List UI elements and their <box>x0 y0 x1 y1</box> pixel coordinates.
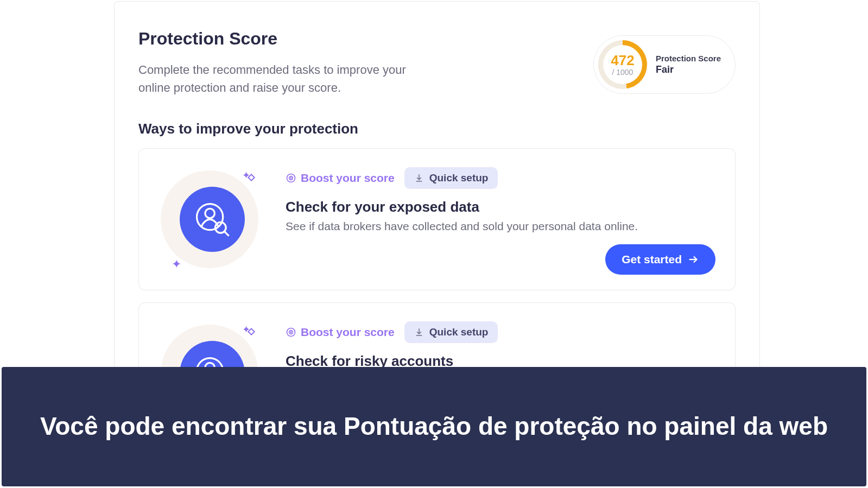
page-description: Complete the recommended tasks to improv… <box>138 61 421 97</box>
card-description: See if data brokers have collected and s… <box>286 220 715 233</box>
target-icon <box>286 327 296 338</box>
quick-setup-label: Quick setup <box>429 326 489 338</box>
caption-text: Você pode encontrar sua Pontuação de pro… <box>40 411 828 442</box>
score-pill[interactable]: 472 / 1000 Protection Score Fair <box>593 35 736 94</box>
quick-setup-button[interactable]: Quick setup <box>404 167 498 189</box>
target-icon <box>286 173 296 183</box>
download-icon <box>414 327 424 337</box>
sparkle-icon: ✦ <box>172 257 181 271</box>
svg-point-1 <box>205 208 215 218</box>
score-max: / 1000 <box>611 68 634 76</box>
arrow-right-icon <box>687 253 699 265</box>
score-label: Protection Score <box>656 53 721 64</box>
score-ring: 472 / 1000 <box>598 40 647 89</box>
improve-heading: Ways to improve your protection <box>138 121 736 137</box>
boost-label-text: Boost your score <box>301 326 395 339</box>
profile-search-icon <box>180 187 245 252</box>
boost-label-text: Boost your score <box>301 172 395 185</box>
svg-line-3 <box>224 231 229 236</box>
download-icon <box>414 173 424 183</box>
card-illustration: ✦ ✦ <box>155 165 264 274</box>
boost-label: Boost your score <box>286 326 395 339</box>
boost-label: Boost your score <box>286 172 395 185</box>
caption-overlay: Você pode encontrar sua Pontuação de pro… <box>2 367 866 486</box>
header-row: Protection Score Complete the recommende… <box>138 29 736 97</box>
page-title: Protection Score <box>138 29 421 49</box>
quick-setup-button[interactable]: Quick setup <box>404 321 498 343</box>
quick-setup-label: Quick setup <box>429 172 489 184</box>
svg-point-13 <box>290 332 292 333</box>
svg-point-6 <box>290 178 292 179</box>
card-title: Check for your exposed data <box>286 199 715 216</box>
score-value: 472 <box>611 53 634 67</box>
score-rating: Fair <box>656 64 721 76</box>
get-started-label: Get started <box>622 253 682 266</box>
improve-card: ✦ ✦ Boost your score Quick setup <box>138 148 736 290</box>
get-started-button[interactable]: Get started <box>605 244 715 275</box>
